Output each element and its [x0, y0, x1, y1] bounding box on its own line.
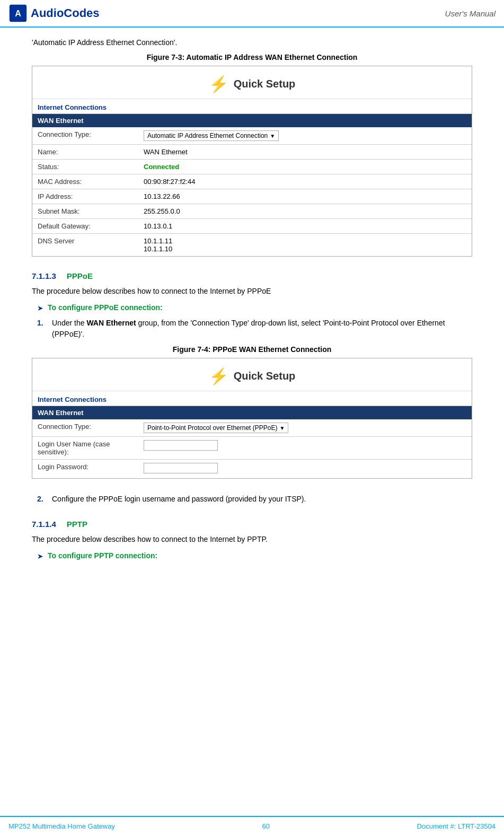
connection-type-dropdown[interactable]: Automatic IP Address Ethernet Connection… — [144, 130, 279, 141]
footer-page-number: 60 — [262, 822, 270, 830]
audiocodes-logo-icon: A — [8, 4, 28, 23]
page-footer: MP252 Multimedia Home Gateway 60 Documen… — [0, 816, 504, 835]
section-pppoe-number: 7.1.1.3 — [32, 271, 56, 280]
svg-text:A: A — [15, 8, 21, 18]
login-user-row: Login User Name (case sensitive): — [32, 437, 472, 460]
login-password-input[interactable] — [144, 463, 218, 473]
dns-value: 10.1.1.1110.1.1.10 — [138, 234, 472, 257]
pppoe-connection-type-label: Connection Type: — [32, 419, 138, 437]
section-pppoe-title: PPPoE — [67, 271, 93, 280]
wan-table-2: Connection Type: Point-to-Point Protocol… — [32, 419, 472, 478]
wan-ethernet-header-2: WAN Ethernet — [32, 406, 472, 419]
name-row: Name: WAN Ethernet — [32, 145, 472, 160]
pptp-configure-label: To configure PPTP connection: — [48, 551, 157, 560]
section-pptp-heading: 7.1.1.4 PPTP — [32, 520, 472, 529]
pppoe-step2: 2. Configure the PPPoE login username an… — [32, 494, 472, 505]
mac-value: 00:90:8f:27:f2:44 — [138, 174, 472, 189]
login-password-label: Login Password: — [32, 460, 138, 479]
figure2-caption: Figure 7-4: PPPoE WAN Ethernet Connectio… — [32, 345, 472, 354]
step1-text: Under the WAN Ethernet group, from the '… — [52, 318, 472, 340]
login-password-value — [138, 460, 472, 479]
intro-text: 'Automatic IP Address Ethernet Connectio… — [32, 38, 472, 47]
quick-setup-header-2: ⚡ Quick Setup — [32, 358, 472, 391]
subnet-label: Subnet Mask: — [32, 204, 138, 219]
connection-type-value: Automatic IP Address Ethernet Connection… — [138, 127, 472, 145]
subnet-value: 255.255.0.0 — [138, 204, 472, 219]
figure1-router-box: ⚡ Quick Setup Internet Connections WAN E… — [32, 66, 472, 257]
gateway-label: Default Gateway: — [32, 219, 138, 234]
mac-row: MAC Address: 00:90:8f:27:f2:44 — [32, 174, 472, 189]
quick-setup-title-2: Quick Setup — [234, 370, 296, 382]
section-pptp-title: PPTP — [67, 520, 87, 529]
logo: A AudioCodes — [8, 4, 100, 23]
name-value: WAN Ethernet — [138, 145, 472, 160]
dropdown-arrow-1: ▼ — [270, 133, 275, 139]
mac-label: MAC Address: — [32, 174, 138, 189]
pppoe-connection-type-dropdown[interactable]: Point-to-Point Protocol over Ethernet (P… — [144, 423, 288, 433]
dropdown-arrow-2: ▼ — [279, 425, 285, 431]
login-password-row: Login Password: — [32, 460, 472, 479]
footer-document: Document #: LTRT-23504 — [417, 822, 496, 830]
pppoe-connection-type-value: Point-to-Point Protocol over Ethernet (P… — [138, 419, 472, 437]
ip-row: IP Address: 10.13.22.66 — [32, 189, 472, 204]
pppoe-configure-label: To configure PPPoE connection: — [48, 303, 163, 312]
pptp-arrow-bullet: ➤ To configure PPTP connection: — [32, 551, 472, 560]
arrow-icon-1: ➤ — [37, 304, 43, 312]
footer-product: MP252 Multimedia Home Gateway — [8, 822, 115, 830]
section-pptp-number: 7.1.1.4 — [32, 520, 56, 529]
subnet-row: Subnet Mask: 255.255.0.0 — [32, 204, 472, 219]
ip-label: IP Address: — [32, 189, 138, 204]
pppoe-arrow-bullet: ➤ To configure PPPoE connection: — [32, 303, 472, 312]
connection-type-row: Connection Type: Automatic IP Address Et… — [32, 127, 472, 145]
name-label: Name: — [32, 145, 138, 160]
login-user-input[interactable] — [144, 440, 218, 451]
quick-setup-header-1: ⚡ Quick Setup — [32, 66, 472, 99]
status-label: Status: — [32, 160, 138, 174]
status-row: Status: Connected — [32, 160, 472, 174]
step1-number: 1. — [37, 318, 48, 340]
internet-connections-label-2: Internet Connections — [32, 391, 472, 406]
header-title: User's Manual — [445, 9, 496, 18]
gateway-value: 10.13.0.1 — [138, 219, 472, 234]
step2-text: Configure the PPPoE login username and p… — [52, 494, 306, 505]
quick-setup-title-1: Quick Setup — [234, 78, 296, 90]
login-user-label: Login User Name (case sensitive): — [32, 437, 138, 460]
pppoe-step1: 1. Under the WAN Ethernet group, from th… — [32, 318, 472, 340]
arrow-icon-2: ➤ — [37, 552, 43, 560]
internet-connections-label-1: Internet Connections — [32, 99, 472, 114]
pppoe-body-text: The procedure below describes how to con… — [32, 286, 472, 297]
figure1-caption: Figure 7-3: Automatic IP Address WAN Eth… — [32, 53, 472, 61]
dns-label: DNS Server — [32, 234, 138, 257]
main-content: 'Automatic IP Address Ethernet Connectio… — [0, 28, 504, 592]
wan-table-1: Connection Type: Automatic IP Address Et… — [32, 127, 472, 256]
status-value: Connected — [138, 160, 472, 174]
lightning-icon-2: ⚡ — [209, 367, 228, 385]
wan-ethernet-header-1: WAN Ethernet — [32, 114, 472, 127]
figure2-router-box: ⚡ Quick Setup Internet Connections WAN E… — [32, 358, 472, 479]
connection-type-label: Connection Type: — [32, 127, 138, 145]
login-user-value — [138, 437, 472, 460]
dns-row: DNS Server 10.1.1.1110.1.1.10 — [32, 234, 472, 257]
logo-text: AudioCodes — [31, 6, 100, 20]
page-header: A AudioCodes User's Manual — [0, 0, 504, 28]
gateway-row: Default Gateway: 10.13.0.1 — [32, 219, 472, 234]
lightning-icon-1: ⚡ — [209, 75, 228, 93]
pppoe-connection-type-row: Connection Type: Point-to-Point Protocol… — [32, 419, 472, 437]
pptp-body-text: The procedure below describes how to con… — [32, 534, 472, 545]
section-pppoe-heading: 7.1.1.3 PPPoE — [32, 271, 472, 280]
ip-value: 10.13.22.66 — [138, 189, 472, 204]
step2-number: 2. — [37, 494, 48, 505]
